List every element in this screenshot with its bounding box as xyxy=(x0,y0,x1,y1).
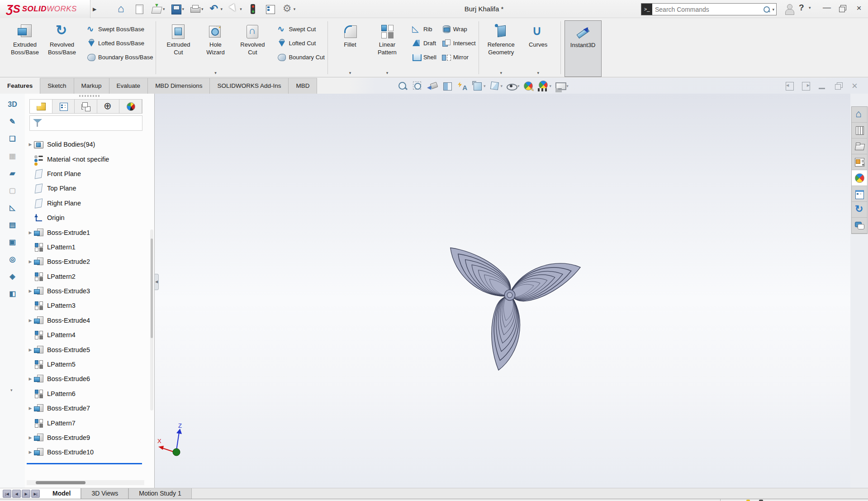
undo-icon[interactable]: ▾ xyxy=(208,3,224,15)
instant3d-button[interactable]: Instant3D xyxy=(564,20,602,77)
intersect-button[interactable]: Intersect xyxy=(439,36,479,50)
tab-sketch[interactable]: Sketch xyxy=(40,78,74,94)
dropdown-arrow-icon[interactable]: ▾ xyxy=(501,84,503,88)
tree-item[interactable]: ▶ Boss-Extrude7 xyxy=(27,401,147,415)
draft-button[interactable]: Draft xyxy=(409,36,439,50)
scrollbar-thumb[interactable] xyxy=(36,481,85,484)
expand-arrow-icon[interactable]: ▶ xyxy=(27,259,34,264)
expand-arrow-icon[interactable]: ▶ xyxy=(27,289,34,293)
comments-icon[interactable] xyxy=(852,218,867,234)
solidworks-forum-icon[interactable] xyxy=(852,202,867,218)
dropdown-arrow-icon[interactable]: ▾ xyxy=(484,84,486,88)
dropdown-arrow-icon[interactable]: ▾ xyxy=(566,84,569,88)
extruded-cut-tool[interactable]: ▣ xyxy=(5,235,20,249)
tree-item[interactable]: ▶ Boss-Extrude5 xyxy=(27,342,147,357)
help-button[interactable]: ? xyxy=(799,3,804,13)
tree-item[interactable]: ▶ Boss-Extrude4 xyxy=(27,313,147,328)
dropdown-arrow-icon[interactable]: ▾ xyxy=(182,7,185,11)
model-burj-khalifa-plan[interactable] xyxy=(409,190,617,398)
scrollbar-thumb[interactable] xyxy=(151,239,153,338)
boundary-cut-button[interactable]: Boundary Cut xyxy=(275,50,327,64)
view-settings-icon[interactable]: ▾ xyxy=(555,81,569,91)
rib-button[interactable]: Rib xyxy=(409,22,439,36)
document-restore-icon[interactable] xyxy=(834,81,844,91)
tree-item[interactable]: LPattern6 xyxy=(27,386,147,401)
first-tab-button[interactable]: |◀ xyxy=(3,490,11,498)
search-type-icon[interactable]: >_ xyxy=(641,4,652,15)
next-tab-button[interactable]: ▶ xyxy=(22,490,30,498)
left-rail-expand-arrow[interactable]: ▾ xyxy=(10,388,13,392)
expand-arrow-icon[interactable]: ▶ xyxy=(27,230,34,235)
expand-arrow-icon[interactable]: ▶ xyxy=(27,142,34,147)
boundary-boss-base-button[interactable]: Boundary Boss/Base xyxy=(84,50,156,64)
collapse-left-pane-icon[interactable] xyxy=(785,81,795,91)
edit-appearance-icon[interactable] xyxy=(523,81,535,91)
open-icon[interactable]: ▾ xyxy=(150,3,166,15)
rib-tool[interactable]: ◺ xyxy=(5,200,20,215)
sketch-tool[interactable]: ✎ xyxy=(5,115,20,129)
tab-mbd-dimensions[interactable]: MBD Dimensions xyxy=(148,78,210,94)
view-orientation-icon[interactable]: ▾ xyxy=(472,81,486,91)
mirror-button[interactable]: Mirror xyxy=(439,50,479,64)
logo-expand-arrow[interactable]: ▶ xyxy=(93,5,98,14)
shell-button[interactable]: Shell xyxy=(409,50,439,64)
tree-item[interactable]: Top Plane xyxy=(27,181,147,196)
previous-view-icon[interactable] xyxy=(427,81,439,91)
tree-item[interactable]: ▶ Boss-Extrude6 xyxy=(27,372,147,386)
box-tool-disabled[interactable]: ▢ xyxy=(5,183,20,197)
close-button[interactable]: × xyxy=(852,3,866,14)
swept-cut-button[interactable]: Swept Cut xyxy=(275,22,327,36)
task-pane-home-icon[interactable] xyxy=(852,107,867,123)
linear-pattern-button[interactable]: LinearPattern ▾ xyxy=(369,20,406,77)
swept-boss-base-button[interactable]: Swept Boss/Base xyxy=(84,22,156,36)
reference-plane-tool[interactable]: ◧ xyxy=(5,286,20,301)
graphics-viewport[interactable]: ◀ xyxy=(155,94,850,488)
featuremanager-design-tree-tab[interactable] xyxy=(30,100,52,113)
expand-arrow-icon[interactable]: ▶ xyxy=(27,348,34,352)
fillet-button[interactable]: Fillet ▾ xyxy=(332,20,369,77)
dropdown-arrow-icon[interactable]: ▾ xyxy=(201,7,204,11)
fillet-tool[interactable]: ❏ xyxy=(5,132,20,146)
rebuild-traffic-light-icon[interactable] xyxy=(246,3,261,15)
lofted-cut-button[interactable]: Lofted Cut xyxy=(275,36,327,50)
dropdown-arrow-icon[interactable]: ▾ xyxy=(214,71,217,75)
displaymanager-tab[interactable] xyxy=(119,100,142,113)
search-commands-box[interactable]: >_ ▾ xyxy=(641,3,777,15)
options-gear-icon[interactable]: ▾ xyxy=(280,3,297,15)
revolved-boss-base-button[interactable]: RevolvedBoss/Base xyxy=(43,20,81,77)
panel-drag-handle[interactable] xyxy=(79,95,100,97)
previous-tab-button[interactable]: ◀ xyxy=(12,490,21,498)
3d-sketch-tool[interactable]: 3D xyxy=(5,97,20,111)
hole-wizard-button[interactable]: HoleWizard ▾ xyxy=(197,20,234,77)
tab-features[interactable]: Features xyxy=(0,78,40,94)
chamfer-tool[interactable]: ◈ xyxy=(5,269,20,283)
tree-filter-box[interactable] xyxy=(29,115,142,131)
print-icon[interactable]: ▾ xyxy=(188,3,205,15)
select-cursor-icon[interactable]: ▾ xyxy=(227,3,243,15)
tree-item[interactable]: ▶ Boss-Extrude1 xyxy=(27,225,147,239)
file-properties-icon[interactable] xyxy=(263,3,278,15)
dropdown-arrow-icon[interactable]: ▾ xyxy=(537,71,539,75)
search-dropdown-icon[interactable]: ▾ xyxy=(772,7,774,12)
tree-item[interactable]: LPattern4 xyxy=(27,328,147,342)
tree-item[interactable]: LPattern7 xyxy=(27,415,147,430)
section-view-icon[interactable] xyxy=(442,81,454,91)
tree-item[interactable]: Material <not specifie xyxy=(27,152,147,166)
hole-wizard-tool[interactable]: ◎ xyxy=(5,252,20,266)
dropdown-arrow-icon[interactable]: ▾ xyxy=(550,84,552,88)
design-library-icon[interactable] xyxy=(852,123,867,138)
search-input[interactable] xyxy=(652,6,763,13)
apply-scene-icon[interactable]: ▾ xyxy=(538,81,552,91)
expand-arrow-icon[interactable]: ▶ xyxy=(27,406,34,410)
dropdown-arrow-icon[interactable]: ▾ xyxy=(294,7,296,11)
tree-item[interactable]: Origin xyxy=(27,210,147,225)
tree-item[interactable]: ▶ Boss-Extrude2 xyxy=(27,254,147,269)
tree-item[interactable]: Right Plane xyxy=(27,196,147,210)
3d-views-tab[interactable]: 3D Views xyxy=(81,488,128,499)
rollback-bar[interactable] xyxy=(27,463,142,464)
file-explorer-icon[interactable] xyxy=(852,138,867,154)
reference-geometry-button[interactable]: ReferenceGeometry ▾ xyxy=(483,20,520,77)
zoom-to-fit-icon[interactable] xyxy=(397,81,409,91)
configurationmanager-tab[interactable] xyxy=(75,100,97,113)
dropdown-arrow-icon[interactable]: ▾ xyxy=(386,71,389,75)
